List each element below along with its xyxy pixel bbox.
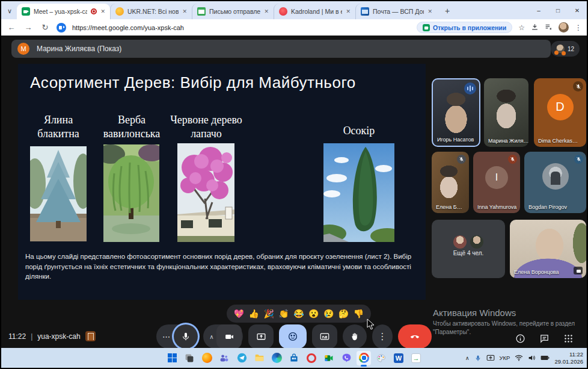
end-call-button[interactable] (398, 324, 432, 349)
tab-mail-sent[interactable]: Письмо отправлено • ktlnau1 ✕ (192, 4, 274, 19)
participant-tile-dima[interactable]: D Dima Cherkas… (534, 78, 586, 147)
mic-muted-icon (574, 155, 583, 164)
more-participants-tile[interactable]: Ещё 4 чел. (432, 220, 505, 278)
close-tab-icon[interactable]: ✕ (182, 8, 187, 14)
new-tab-button[interactable]: + (441, 4, 454, 17)
viber-icon[interactable] (339, 351, 354, 365)
downloads-icon[interactable] (531, 23, 539, 33)
avatar-initial: I (485, 166, 508, 189)
participant-tile-marina[interactable]: Марина Жиля… (484, 78, 528, 147)
tab-search-chevron-icon[interactable]: ∨ (4, 4, 16, 17)
participant-tile-bogdan[interactable]: Bogdan Pirogov (524, 152, 586, 213)
raise-hand-button[interactable] (343, 324, 367, 349)
tab-title: Почта — ВСП Донбаський агр (373, 8, 424, 15)
pip-icon[interactable] (574, 267, 583, 274)
tab-kadroland[interactable]: Kadroland | Ми в ефірі! Пакет ✕ (274, 4, 355, 19)
divider: | (31, 332, 32, 341)
task-view-icon[interactable] (182, 351, 197, 365)
tab-ukrnet[interactable]: UKR.NET: Всі новини України, ✕ (110, 4, 192, 19)
camera-button[interactable] (216, 324, 242, 349)
reactions-button[interactable] (279, 324, 307, 349)
presenter-banner[interactable]: М Марина Жиляєва (Показ) (11, 40, 551, 58)
reaction-thumbs-up[interactable]: 👍 (249, 309, 259, 318)
participant-tile-igor[interactable]: Игорь Насатов (432, 78, 480, 147)
reaction-surprised[interactable]: 😮 (308, 309, 319, 318)
minimize-button[interactable]: – (529, 1, 548, 19)
microsoft-store-icon[interactable] (287, 351, 301, 365)
paint-icon[interactable] (374, 351, 388, 365)
tray-chevron-icon[interactable]: ∧ (465, 355, 470, 361)
participant-tile-inna[interactable]: I Inna Yahmurova (473, 152, 520, 213)
pochta-favicon-icon (361, 7, 369, 16)
word-icon[interactable]: W (391, 351, 406, 365)
tray-cast-icon[interactable] (486, 355, 495, 362)
door-icon (85, 331, 96, 341)
mouse-cursor (367, 318, 375, 330)
tab-title: Kadroland | Ми в ефірі! Пакет (291, 8, 342, 15)
shared-presentation-slide: Асортимент Дерев: Вибір для Майбутнього … (18, 64, 426, 300)
reaction-cry[interactable]: 😢 (323, 309, 334, 318)
close-window-button[interactable]: ✕ (568, 1, 587, 19)
reaction-clap[interactable]: 👏 (278, 309, 289, 318)
wifi-icon[interactable] (515, 355, 523, 361)
firefox-icon[interactable] (200, 351, 214, 365)
participant-tile-voroncova[interactable]: Елена Воронцова (510, 220, 586, 278)
meet-taskbar-icon[interactable] (322, 351, 336, 365)
captions-button[interactable] (312, 324, 337, 349)
file-explorer-icon[interactable] (252, 351, 266, 365)
participant-name: Елена Б… (436, 204, 462, 210)
opera-icon[interactable] (304, 351, 319, 365)
sign-out-arrow-icon[interactable]: → (409, 351, 423, 365)
close-tab-icon[interactable]: ✕ (264, 8, 269, 14)
profile-avatar[interactable] (559, 22, 569, 33)
start-button[interactable] (165, 351, 179, 365)
participant-tile-elena-b[interactable]: Елена Б… (432, 152, 469, 213)
more-reactions-icon[interactable]: ⋯ (162, 332, 170, 341)
camera-group: ∧ (203, 324, 243, 349)
tab-title: Meet – yua-xpsk-cah (34, 8, 87, 15)
tray-clock[interactable]: 11:22 29.01.2026 (554, 351, 583, 365)
telegram-icon[interactable] (234, 351, 249, 365)
back-button[interactable]: ← (6, 23, 17, 32)
participant-count-badge[interactable]: 12 (551, 41, 580, 57)
browser-window: ∨ Meet – yua-xpsk-cah ✕ UKR.NET: Всі нов… (0, 0, 588, 369)
browser-menu-icon[interactable]: ⋮ (575, 23, 582, 32)
present-screen-button[interactable] (248, 324, 274, 349)
chrome-icon[interactable] (357, 351, 371, 365)
slide-title: Асортимент Дерев: Вибір для Майбутнього (30, 73, 356, 92)
tray-mic-icon[interactable] (474, 355, 482, 362)
reaction-party[interactable]: 🎉 (263, 309, 274, 318)
forward-button[interactable]: → (23, 23, 34, 32)
close-tab-icon[interactable]: ✕ (346, 8, 351, 14)
close-tab-icon[interactable]: ✕ (427, 8, 432, 14)
camera-options-chevron-icon[interactable]: ∧ (207, 333, 216, 340)
edge-icon[interactable] (269, 351, 284, 365)
more-options-button[interactable]: ⋮ (372, 324, 393, 349)
battery-icon[interactable] (541, 355, 550, 361)
reload-button[interactable]: ↻ (40, 23, 51, 32)
watermark-line2: "Параметры". (433, 328, 575, 336)
reaction-thinking[interactable]: 🤔 (338, 309, 349, 318)
tray-date: 29.01.2026 (554, 358, 583, 365)
reaction-heart[interactable]: 💖 (234, 309, 244, 318)
presenter-name: Марина Жиляєва (Показ) (37, 45, 121, 53)
language-indicator[interactable]: УКР (500, 355, 510, 361)
bookmark-star-icon[interactable]: ☆ (518, 23, 525, 32)
meeting-code: yua-xpsk-cah (37, 332, 80, 341)
mic-button[interactable] (174, 324, 198, 349)
tab-meet[interactable]: Meet – yua-xpsk-cah ✕ (17, 4, 110, 19)
maximize-button[interactable]: □ (548, 1, 568, 19)
reaction-thumbs-down[interactable]: 👎 (354, 309, 364, 318)
teams-icon[interactable] (217, 351, 231, 365)
system-tray: ∧ УКР 11:22 29.01.2026 (465, 351, 583, 365)
reaction-laugh[interactable]: 😂 (293, 309, 304, 318)
reading-list-icon[interactable] (545, 23, 553, 33)
address-bar[interactable]: https://meet.google.com/yua-xpsk-cah (72, 24, 411, 31)
speaking-indicator-icon (464, 82, 476, 95)
open-in-app-button[interactable]: Открыть в приложении (417, 22, 512, 33)
tab-pochta[interactable]: Почта — ВСП Донбаський агр ✕ (355, 4, 437, 19)
tree-label: Червоне дерево лапачо (170, 113, 243, 140)
close-tab-icon[interactable]: ✕ (100, 8, 105, 14)
volume-icon[interactable] (528, 355, 536, 361)
meet-site-icon[interactable] (57, 23, 66, 33)
